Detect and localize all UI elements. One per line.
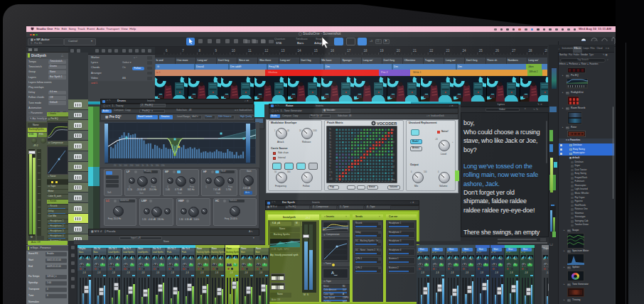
svg-text:-10: -10 [392, 153, 395, 156]
svg-text:17: 17 [347, 49, 351, 53]
svg-text:13: 13 [281, 49, 285, 53]
svg-text:15: 15 [378, 180, 380, 183]
svg-text:1h: 1h [329, 162, 331, 165]
svg-text:19: 19 [380, 49, 385, 53]
svg-text:10: 10 [363, 180, 365, 183]
svg-text:18: 18 [363, 49, 367, 53]
svg-text:9: 9 [215, 49, 218, 53]
svg-text:12: 12 [264, 49, 269, 53]
svg-text:24: 24 [463, 49, 467, 53]
svg-text:2: 2 [338, 180, 340, 183]
svg-text:28: 28 [528, 49, 532, 53]
svg-text:14: 14 [298, 49, 302, 53]
svg-text:16: 16 [331, 49, 335, 53]
svg-text:4t: 4t [329, 174, 331, 177]
svg-text:8: 8 [198, 49, 200, 53]
svg-text:9t: 9t [329, 165, 331, 168]
svg-text:6: 6 [166, 49, 168, 53]
svg-text:13: 13 [372, 180, 375, 183]
svg-text:7: 7 [182, 49, 184, 53]
svg-text:10: 10 [232, 49, 236, 53]
svg-text:4h: 4h [329, 153, 331, 156]
svg-text:7t: 7t [329, 168, 331, 171]
svg-text:4: 4 [345, 180, 346, 183]
svg-text:12: 12 [369, 180, 371, 183]
svg-text:3h: 3h [329, 156, 331, 158]
svg-text:15: 15 [314, 49, 318, 53]
svg-text:-14: -14 [392, 165, 395, 168]
svg-text:11: 11 [366, 180, 368, 183]
svg-text:1: 1 [336, 180, 337, 183]
svg-text:8: 8 [357, 180, 358, 183]
svg-text:-16: -16 [392, 172, 395, 175]
svg-text:-12: -12 [392, 160, 395, 163]
svg-text:26: 26 [495, 49, 500, 53]
svg-text:575: 575 [329, 171, 333, 174]
svg-text:25: 25 [479, 49, 483, 53]
svg-text:-8: -8 [392, 147, 394, 150]
svg-text:20: 20 [397, 49, 401, 53]
svg-text:Avg: Avg [392, 178, 395, 181]
svg-text:23: 23 [446, 49, 450, 53]
svg-text:11: 11 [248, 49, 252, 53]
svg-text:2h: 2h [329, 159, 331, 162]
svg-text:L40: L40 [329, 178, 333, 180]
svg-text:3: 3 [342, 180, 343, 183]
svg-text:5h: 5h [329, 150, 331, 153]
svg-text:29: 29 [545, 49, 547, 53]
svg-text:7: 7 [354, 180, 355, 183]
svg-text:17: 17 [385, 180, 387, 183]
svg-text:VOCODER: VOCODER [377, 121, 397, 125]
svg-text:4k: 4k [329, 131, 331, 134]
svg-text:9h: 9h [329, 143, 331, 146]
svg-text:3k: 3k [329, 134, 331, 137]
svg-text:16: 16 [382, 180, 384, 183]
svg-text:21: 21 [413, 49, 417, 53]
svg-text:14: 14 [375, 180, 377, 183]
svg-text:8: 8 [392, 135, 393, 138]
svg-text:1k: 1k [329, 141, 331, 143]
svg-text:7k: 7k [329, 128, 331, 131]
svg-text:7h: 7h [329, 146, 331, 149]
svg-text:18: 18 [387, 180, 390, 183]
svg-text:27: 27 [512, 49, 516, 53]
svg-text:22: 22 [429, 49, 434, 53]
svg-text:6: 6 [351, 180, 353, 183]
svg-text:9: 9 [360, 180, 361, 183]
svg-text:5: 5 [348, 180, 349, 183]
svg-text:Ext: Ext [392, 141, 395, 143]
svg-text:2k: 2k [329, 137, 331, 140]
